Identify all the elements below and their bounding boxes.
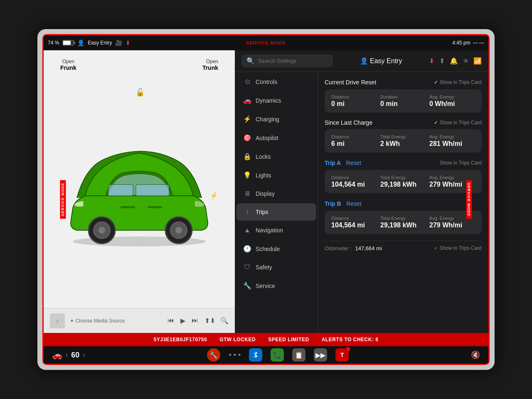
skip-forward-icon[interactable]: ⏭ bbox=[192, 317, 198, 325]
bell-icon[interactable]: 🔔 bbox=[450, 57, 458, 65]
skip-back-icon[interactable]: ⏮ bbox=[167, 317, 174, 325]
tesla-t-taskbar[interactable]: T ! bbox=[335, 348, 349, 362]
right-panel: 🔍 👤 Easy Entry ⬇ ⬆ 🔔 ✳ 📶 bbox=[235, 50, 488, 333]
settings-item-schedule[interactable]: 🕐 Schedule bbox=[236, 240, 316, 258]
settings-item-locks[interactable]: 🔒 Locks bbox=[236, 148, 316, 165]
upload-header-icon[interactable]: ⬆ bbox=[439, 57, 445, 65]
lock-icon: 🔓 bbox=[135, 88, 145, 97]
search-media-icon[interactable]: 🔍 bbox=[220, 317, 229, 325]
media-source-text: ✦ Choose Media Source bbox=[70, 318, 163, 324]
current-drive-reset[interactable]: Reset bbox=[361, 79, 377, 86]
speed-limited: SPEED LIMITED bbox=[268, 337, 309, 342]
since-last-charge-show[interactable]: ✓ Show in Trips Card bbox=[434, 120, 482, 126]
display-icon: 🖥 bbox=[243, 190, 251, 197]
signal-icon: 📶 bbox=[473, 57, 482, 65]
charging-icon: ⚡ bbox=[243, 115, 251, 123]
gtw-locked: GTW LOCKED bbox=[219, 337, 256, 342]
service-mode-left: SERVICE MODE bbox=[60, 180, 66, 219]
settings-item-charging[interactable]: ⚡ Charging bbox=[236, 110, 316, 128]
odometer-show-trips[interactable]: ✓ Show in Trips Card bbox=[434, 245, 482, 251]
odometer-row: Odometer : 147,664 mi ✓ Show in Trips Ca… bbox=[325, 241, 482, 255]
trip-b-distance-value: 104,564 mi bbox=[331, 222, 377, 229]
phone-taskbar[interactable]: 📞 bbox=[271, 348, 284, 362]
settings-item-navigation[interactable]: ▲ Navigation bbox=[236, 222, 316, 239]
trip-b-avg-value: 279 Wh/mi bbox=[429, 222, 475, 229]
charging-bolt: ⚡ bbox=[210, 192, 218, 200]
settings-item-display[interactable]: 🖥 Display bbox=[236, 185, 316, 202]
since-last-charge-stats: Distance 6 mi Total Energy 2 kWh Avg. En… bbox=[325, 129, 482, 153]
equalizer-icon[interactable]: ⬆⬇ bbox=[204, 317, 215, 325]
calendar-taskbar[interactable]: 📋 bbox=[292, 348, 305, 362]
arrow-right-icon[interactable]: › bbox=[83, 351, 85, 359]
settings-item-autopilot[interactable]: 🎯 Autopilot bbox=[236, 129, 316, 147]
settings-item-lights[interactable]: 💡 Lights bbox=[236, 166, 316, 184]
trip-a-distance: Distance 104,564 mi bbox=[331, 175, 377, 188]
main-content: Open Frunk Open Trunk bbox=[44, 50, 488, 333]
since-last-charge-header: Since Last Charge ✓ Show in Trips Card bbox=[325, 119, 482, 126]
car-visualization: 🔓 ⚡ bbox=[44, 75, 235, 308]
current-drive-show-trips[interactable]: ✓ Show in Trips Card bbox=[434, 79, 482, 85]
trip-b-stats: Distance 104,564 mi Total Energy 29,198 … bbox=[325, 211, 482, 234]
trip-b-title: Trip B bbox=[325, 200, 341, 207]
checkmark2-icon: ✓ bbox=[434, 120, 438, 126]
current-avg-energy: Avg. Energy 0 Wh/mi bbox=[429, 94, 475, 108]
trip-a-title: Trip A bbox=[325, 160, 341, 166]
bluetooth-icon bbox=[252, 352, 259, 358]
settings-item-trips[interactable]: ↕ Trips bbox=[236, 203, 316, 221]
active-mode-label: Easy Entry bbox=[88, 40, 112, 46]
service-wrench-button[interactable]: 🔧 bbox=[207, 348, 220, 362]
safety-icon: 🛡 bbox=[243, 264, 251, 271]
media-controls[interactable]: ⏮ ▶ ⏭ ⬆⬇ bbox=[167, 317, 215, 325]
schedule-icon: 🕐 bbox=[243, 245, 251, 253]
arrow-left-icon[interactable]: ‹ bbox=[66, 351, 68, 359]
bluetooth-header-icon[interactable]: ✳ bbox=[463, 57, 468, 65]
easy-entry-title: Easy Entry bbox=[370, 57, 402, 64]
search-input[interactable] bbox=[258, 58, 328, 64]
car-icon[interactable]: 🚗 bbox=[52, 350, 62, 360]
current-distance: Distance 0 mi bbox=[331, 94, 377, 108]
current-duration: Duration 0 min bbox=[380, 94, 426, 108]
open-trunk-label: Open bbox=[202, 59, 218, 64]
svg-rect-10 bbox=[148, 206, 162, 208]
bluetooth-taskbar[interactable] bbox=[249, 348, 262, 362]
trip-a-show[interactable]: Show in Trips Card bbox=[440, 160, 482, 166]
left-panel: Open Frunk Open Trunk bbox=[44, 50, 235, 333]
current-drive-header: Current Drive Reset ✓ Show in Trips Card bbox=[325, 79, 482, 86]
time-display: 4:45 pm bbox=[452, 40, 470, 46]
search-bar[interactable]: 🔍 bbox=[241, 54, 333, 67]
settings-item-dynamics[interactable]: 🚗 Dynamics bbox=[236, 91, 316, 109]
top-bar-left: 74 % 👤 Easy Entry 🎥 ⬇ bbox=[48, 39, 131, 46]
open-frunk-button[interactable]: Open Frunk bbox=[60, 59, 76, 71]
settings-item-service[interactable]: 🔧 Service bbox=[236, 277, 316, 295]
more-dots[interactable]: • • • bbox=[229, 351, 241, 360]
settings-item-controls[interactable]: ⊙ Controls bbox=[236, 73, 316, 91]
svg-point-8 bbox=[175, 227, 182, 234]
open-trunk-button[interactable]: Open Trunk bbox=[202, 59, 218, 71]
bottom-right[interactable]: 🔇 bbox=[471, 350, 480, 360]
media-taskbar[interactable]: ▶▶ bbox=[314, 348, 327, 362]
trip-b-reset[interactable]: Reset bbox=[346, 200, 362, 207]
play-icon[interactable]: ▶ bbox=[180, 317, 185, 325]
trip-a-show-label: Show in Trips Card bbox=[440, 160, 482, 166]
speed-value: 60 bbox=[71, 351, 79, 360]
current-avg-energy-label: Avg. Energy bbox=[429, 94, 475, 99]
charging-label: Charging bbox=[256, 116, 279, 123]
odometer-show-label: Show in Trips Card bbox=[440, 245, 482, 251]
trip-a-section: Trip A Reset Show in Trips Card Distance bbox=[325, 159, 482, 193]
settings-sidebar: ⊙ Controls 🚗 Dynamics ⚡ Charging 🎯 bbox=[235, 72, 318, 333]
current-drive-section: Current Drive Reset ✓ Show in Trips Card bbox=[325, 79, 482, 113]
since-last-charge-title: Since Last Charge bbox=[325, 119, 372, 126]
display-label: Display bbox=[256, 190, 275, 197]
trip-b-total-energy: Total Energy 29,198 kWh bbox=[380, 216, 426, 229]
autopilot-icon: 🎯 bbox=[243, 134, 251, 142]
trip-a-reset[interactable]: Reset bbox=[346, 160, 362, 166]
since-charge-show-label: Show in Trips Card bbox=[440, 120, 482, 126]
settings-item-safety[interactable]: 🛡 Safety bbox=[236, 259, 316, 276]
download-header-icon[interactable]: ⬇ bbox=[429, 57, 434, 65]
charge-avg-energy-label: Avg. Energy bbox=[429, 134, 475, 139]
dynamics-label: Dynamics bbox=[256, 97, 281, 104]
current-duration-value: 0 min bbox=[380, 100, 426, 108]
svg-rect-9 bbox=[121, 206, 135, 208]
profile-header-icon: 👤 bbox=[360, 57, 368, 64]
mute-icon[interactable]: 🔇 bbox=[471, 351, 480, 359]
